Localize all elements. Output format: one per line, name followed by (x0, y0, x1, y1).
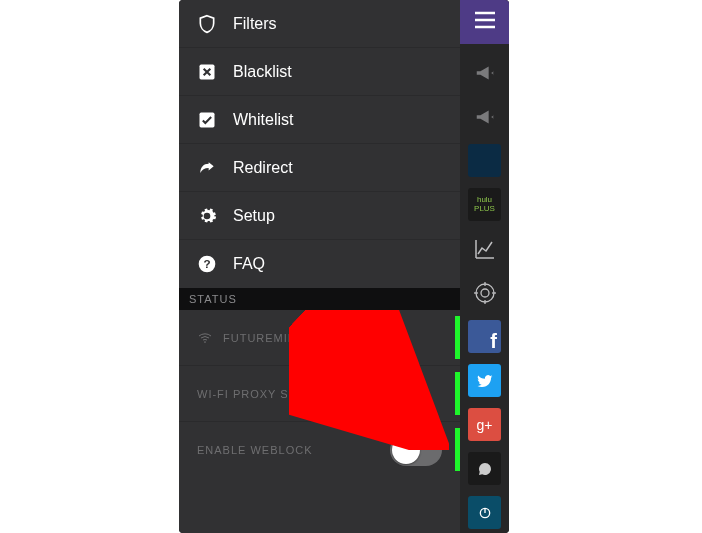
menu-item-label: FAQ (233, 255, 265, 273)
stage: Filters Blacklist Whitelist (0, 0, 702, 533)
menu-item-label: Setup (233, 207, 275, 225)
app-tile-twitter[interactable] (468, 364, 501, 397)
question-circle-icon: ? (197, 254, 217, 274)
status-row-network[interactable]: FUTUREMIND (179, 310, 460, 366)
enable-weblock-toggle[interactable] (390, 434, 442, 466)
menu-item-blacklist[interactable]: Blacklist (179, 48, 460, 96)
svg-point-9 (481, 289, 489, 297)
hamburger-menu-button[interactable] (460, 0, 509, 44)
menu-item-whitelist[interactable]: Whitelist (179, 96, 460, 144)
app-rail: hulu PLUS f g+ (460, 0, 509, 533)
menu-item-faq[interactable]: ? FAQ (179, 240, 460, 288)
graph-icon[interactable] (468, 232, 501, 265)
status-row-enable-weblock[interactable]: ENABLE WEBLOCK (179, 422, 460, 477)
megaphone-icon[interactable] (468, 100, 501, 133)
menu-item-label: Blacklist (233, 63, 292, 81)
menu-item-redirect[interactable]: Redirect (179, 144, 460, 192)
menu-item-filters[interactable]: Filters (179, 0, 460, 48)
hamburger-icon (473, 10, 497, 34)
redirect-arrow-icon (197, 158, 217, 178)
check-box-icon (197, 110, 217, 130)
app-tile-generic[interactable] (468, 496, 501, 529)
shield-icon (197, 14, 217, 34)
app-tile-pandora[interactable] (468, 144, 501, 177)
app-tile-label: f (490, 330, 497, 353)
wifi-icon (197, 330, 213, 346)
menu-item-label: Redirect (233, 159, 293, 177)
status-row-label: ENABLE WEBLOCK (197, 444, 312, 456)
app-tile-disqus[interactable] (468, 452, 501, 485)
megaphone-icon[interactable] (468, 56, 501, 89)
svg-point-4 (204, 341, 206, 343)
status-row-label: WI-FI PROXY SETUP (197, 388, 322, 400)
app-tile-label: hulu PLUS (468, 196, 501, 214)
svg-text:?: ? (203, 257, 210, 270)
status-header: STATUS (179, 288, 460, 310)
app-tile-google-plus[interactable]: g+ (468, 408, 501, 441)
toggle-knob (392, 436, 420, 464)
status-row-label: FUTUREMIND (223, 332, 306, 344)
gear-icon (197, 206, 217, 226)
status-row-proxy[interactable]: WI-FI PROXY SETUP (179, 366, 460, 422)
menu-panel: Filters Blacklist Whitelist (179, 0, 460, 533)
x-box-icon (197, 62, 217, 82)
target-icon[interactable] (468, 276, 501, 309)
menu-item-setup[interactable]: Setup (179, 192, 460, 240)
app-tile-hulu-plus[interactable]: hulu PLUS (468, 188, 501, 221)
app-tile-facebook[interactable]: f (468, 320, 501, 353)
svg-point-8 (476, 284, 494, 302)
app-tile-label: g+ (477, 417, 493, 433)
app-screen: Filters Blacklist Whitelist (179, 0, 509, 533)
menu-item-label: Whitelist (233, 111, 293, 129)
menu-item-label: Filters (233, 15, 277, 33)
